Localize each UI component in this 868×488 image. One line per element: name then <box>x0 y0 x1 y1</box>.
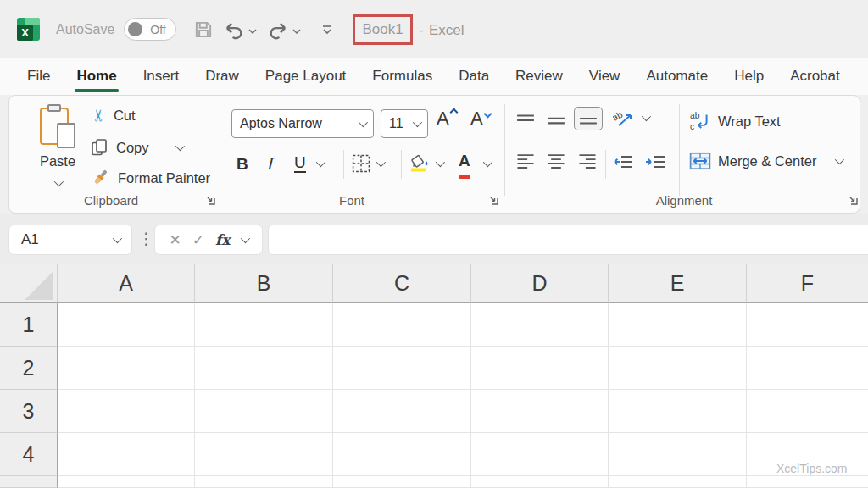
cell-D-partial[interactable] <box>471 476 609 488</box>
enter-icon[interactable]: ✓ <box>192 231 204 249</box>
cell-B3[interactable] <box>195 390 333 433</box>
tab-acrobat[interactable]: Acrobat <box>788 63 842 90</box>
row-header-2[interactable]: 2 <box>0 347 58 390</box>
column-header-E[interactable]: E <box>609 264 747 303</box>
column-header-A[interactable]: A <box>58 264 195 303</box>
cell-D4[interactable] <box>471 433 609 476</box>
name-box-dropdown-icon[interactable] <box>113 234 122 243</box>
wrap-text-button[interactable]: ab c Wrap Text <box>689 111 781 131</box>
bottom-align-button[interactable] <box>574 107 603 130</box>
cell-E1[interactable] <box>609 303 747 347</box>
undo-dropdown-icon[interactable] <box>248 27 257 36</box>
autosave-toggle[interactable]: Off <box>124 18 176 41</box>
font-name-dropdown-icon[interactable] <box>359 118 368 127</box>
copy-button[interactable]: Copy <box>90 137 182 158</box>
tab-draw[interactable]: Draw <box>203 63 241 90</box>
decrease-font-size-button[interactable]: A <box>470 109 491 128</box>
tab-help[interactable]: Help <box>732 63 765 90</box>
cell-C-partial[interactable] <box>333 476 471 488</box>
cell-E-partial[interactable] <box>609 476 747 488</box>
cell-C2[interactable] <box>333 347 471 390</box>
alignment-dialog-launcher-icon[interactable] <box>847 194 859 206</box>
copy-dropdown-icon[interactable] <box>175 141 184 151</box>
fill-color-dropdown-icon[interactable] <box>436 158 445 167</box>
name-box[interactable]: A1 <box>8 225 132 255</box>
tab-page-layout[interactable]: Page Layout <box>264 63 348 90</box>
column-header-F[interactable]: F <box>747 264 868 303</box>
cell-B-partial[interactable] <box>195 476 333 488</box>
cell-A2[interactable] <box>58 347 195 390</box>
merge-center-dropdown-icon[interactable] <box>835 155 844 164</box>
cell-F1[interactable] <box>747 303 868 347</box>
tab-home[interactable]: Home <box>75 63 118 90</box>
cell-A4[interactable] <box>58 433 195 476</box>
cell-D3[interactable] <box>471 390 609 433</box>
row-header-4[interactable]: 4 <box>0 433 58 476</box>
clipboard-dialog-launcher-icon[interactable] <box>204 194 216 206</box>
tab-file[interactable]: File <box>25 63 52 90</box>
select-all-corner[interactable] <box>0 264 58 303</box>
paste-dropdown-icon[interactable] <box>54 177 64 186</box>
font-color-button[interactable]: A <box>459 148 490 179</box>
cell-A1[interactable] <box>58 303 195 347</box>
cell-F3[interactable] <box>747 390 868 433</box>
decrease-indent-button[interactable] <box>613 153 634 170</box>
cell-C1[interactable] <box>333 303 471 347</box>
middle-align-button[interactable] <box>547 113 565 128</box>
formula-input[interactable] <box>268 225 868 255</box>
underline-button[interactable]: U <box>294 148 323 179</box>
cell-B1[interactable] <box>195 303 333 347</box>
cell-B2[interactable] <box>195 347 333 390</box>
redo-dropdown-icon[interactable] <box>292 27 301 36</box>
save-icon[interactable] <box>192 19 214 41</box>
align-center-button[interactable] <box>547 153 565 169</box>
bold-button[interactable]: B <box>236 148 248 179</box>
column-header-B[interactable]: B <box>195 264 333 303</box>
undo-icon[interactable] <box>222 19 246 42</box>
increase-font-size-button[interactable]: A <box>437 109 457 128</box>
tab-formulas[interactable]: Formulas <box>370 63 434 90</box>
row-header-1[interactable]: 1 <box>0 303 58 347</box>
cut-button[interactable]: ✂ Cut <box>92 108 136 124</box>
cell-A3[interactable] <box>58 390 195 433</box>
cell-B4[interactable] <box>195 433 333 476</box>
cell-F2[interactable] <box>747 347 868 390</box>
insert-function-icon[interactable]: fx <box>215 231 230 248</box>
cell-A-partial[interactable] <box>58 476 195 488</box>
italic-button[interactable]: I <box>266 148 273 179</box>
cell-E2[interactable] <box>609 347 747 390</box>
cell-D2[interactable] <box>471 347 609 390</box>
borders-dropdown-icon[interactable] <box>376 158 386 167</box>
top-align-button[interactable] <box>516 113 535 128</box>
tab-data[interactable]: Data <box>457 63 491 90</box>
tab-insert[interactable]: Insert <box>142 63 181 90</box>
column-header-D[interactable]: D <box>471 264 609 303</box>
row-header-3[interactable]: 3 <box>0 390 58 433</box>
cell-C4[interactable] <box>333 433 471 476</box>
font-dialog-launcher-icon[interactable] <box>487 194 499 206</box>
cell-D1[interactable] <box>471 303 609 347</box>
more-options-icon[interactable]: ⋮ <box>138 229 154 250</box>
tab-view[interactable]: View <box>587 63 622 90</box>
merge-center-button[interactable]: Merge & Center <box>689 152 842 170</box>
cell-E4[interactable] <box>609 433 747 476</box>
customize-toolbar-icon[interactable] <box>320 24 334 36</box>
cell-E3[interactable] <box>609 390 747 433</box>
font-color-dropdown-icon[interactable] <box>482 158 492 167</box>
font-size-combo[interactable]: 11 <box>381 109 428 138</box>
tab-review[interactable]: Review <box>514 63 565 90</box>
fx-dropdown-icon[interactable] <box>241 234 250 243</box>
font-size-dropdown-icon[interactable] <box>413 118 422 127</box>
orientation-button[interactable]: ab <box>613 108 648 128</box>
increase-indent-button[interactable] <box>645 153 666 170</box>
tab-automate[interactable]: Automate <box>644 63 709 90</box>
fill-color-button[interactable] <box>409 148 442 179</box>
column-header-C[interactable]: C <box>333 264 471 303</box>
format-painter-button[interactable]: Format Painter <box>90 168 210 188</box>
cell-C3[interactable] <box>333 390 471 433</box>
cell-F-partial[interactable] <box>747 476 868 488</box>
align-left-button[interactable] <box>516 153 535 169</box>
orientation-dropdown-icon[interactable] <box>642 112 651 121</box>
font-name-combo[interactable]: Aptos Narrow <box>231 109 374 138</box>
paste-button[interactable]: Paste <box>31 103 84 201</box>
